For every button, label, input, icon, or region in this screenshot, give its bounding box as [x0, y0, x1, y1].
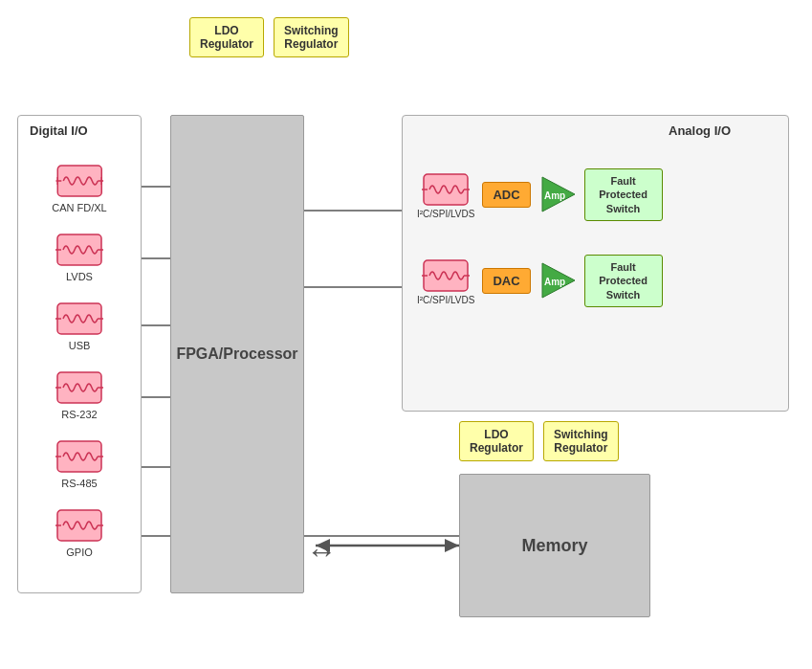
lvds-label: LVDS: [66, 271, 93, 282]
bottom-regulators-group: LDO Regulator Switching Regulator: [459, 421, 619, 461]
analog-io-label: Analog I/O: [669, 123, 731, 138]
svg-text:Amp: Amp: [544, 190, 565, 201]
coil-gpio: [55, 506, 103, 545]
gpio-label: GPIO: [66, 546, 93, 558]
io-item-rs485: RS-485: [55, 437, 103, 489]
analog-io-box: Analog I/O I²C/SPI/LVDS ADC: [402, 115, 789, 412]
fpga-label: FPGA/Processor: [176, 344, 297, 365]
diagram-container: LDO Regulator Switching Regulator Digita…: [0, 0, 812, 669]
svg-text:Amp: Amp: [544, 277, 565, 287]
coil-dac: [422, 256, 470, 295]
switching-regulator-top: Switching Regulator: [274, 17, 349, 57]
io-item-can: CAN FD/XL: [52, 162, 106, 213]
amp-dac-triangle: Amp: [538, 259, 577, 301]
io-item-lvds: LVDS: [55, 231, 103, 282]
can-label: CAN FD/XL: [52, 202, 106, 213]
coil-rs485: [55, 437, 103, 476]
coil-adc-group: I²C/SPI/LVDS: [417, 170, 474, 219]
coil-lvds: [55, 231, 103, 269]
dac-box: DAC: [482, 268, 530, 294]
io-item-usb: USB: [55, 300, 103, 351]
fault-switch-adc: Fault Protected Switch: [584, 168, 663, 221]
coil-dac-group: I²C/SPI/LVDS: [417, 256, 474, 305]
fault-switch-dac: Fault Protected Switch: [584, 255, 663, 307]
io-item-rs232: RS-232: [55, 368, 103, 420]
double-arrow: ↔: [306, 534, 337, 569]
adc-bus-label: I²C/SPI/LVDS: [417, 209, 474, 219]
svg-rect-29: [57, 372, 101, 403]
coil-can: [55, 162, 103, 200]
ldo-regulator-bottom: LDO Regulator: [459, 421, 534, 461]
top-regulators-group: LDO Regulator Switching Regulator: [189, 17, 349, 57]
svg-rect-43: [424, 260, 468, 291]
svg-rect-23: [57, 234, 101, 265]
memory-box: Memory: [459, 474, 650, 617]
coil-adc: [422, 170, 470, 209]
svg-rect-32: [57, 441, 101, 472]
dac-row: I²C/SPI/LVDS DAC Amp Fault Protected Swi…: [417, 255, 663, 307]
svg-rect-38: [424, 174, 468, 205]
svg-rect-26: [57, 303, 101, 334]
adc-row: I²C/SPI/LVDS ADC Amp Fault Protected Swi…: [417, 168, 663, 221]
switching-regulator-bottom: Switching Regulator: [543, 421, 619, 461]
usb-label: USB: [69, 340, 91, 351]
coil-rs232: [55, 368, 103, 407]
svg-marker-17: [445, 539, 459, 552]
io-item-gpio: GPIO: [55, 506, 103, 558]
dac-bus-label: I²C/SPI/LVDS: [417, 295, 474, 305]
rs485-label: RS-485: [61, 478, 97, 489]
adc-box: ADC: [482, 182, 530, 208]
svg-rect-35: [57, 510, 101, 541]
ldo-regulator-top: LDO Regulator: [189, 17, 264, 57]
fault-dac-label: Fault Protected Switch: [599, 261, 647, 301]
svg-rect-18: [57, 166, 101, 196]
coil-usb: [55, 300, 103, 338]
memory-label: Memory: [521, 536, 587, 556]
fpga-box: FPGA/Processor: [170, 115, 304, 593]
amp-adc-triangle: Amp: [538, 173, 577, 215]
digital-io-label: Digital I/O: [30, 123, 88, 138]
amp-dac-group: Amp: [538, 259, 577, 301]
rs232-label: RS-232: [61, 409, 97, 420]
fault-adc-label: Fault Protected Switch: [599, 175, 647, 214]
amp-adc-group: Amp: [538, 173, 577, 215]
digital-io-box: Digital I/O CAN FD/XL LVDS: [17, 115, 142, 593]
